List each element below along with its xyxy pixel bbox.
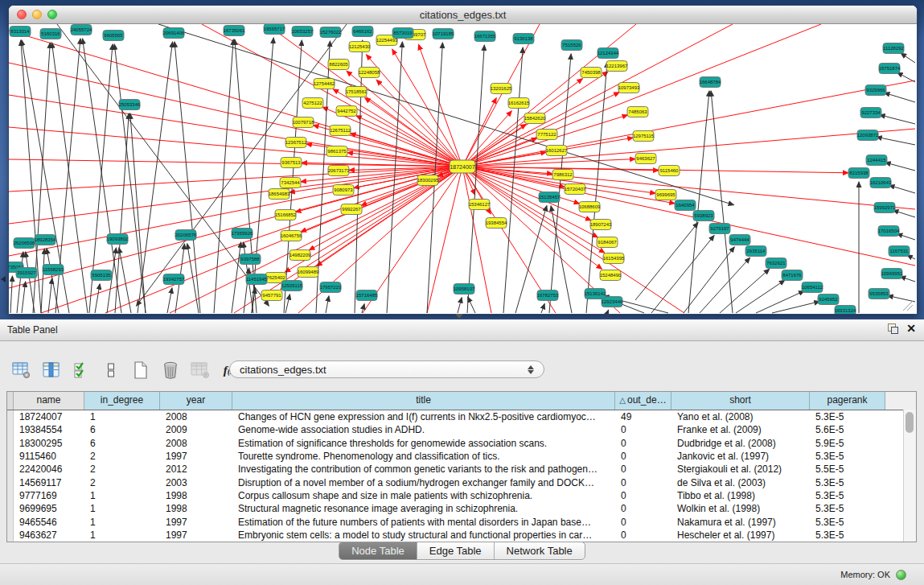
import-table-icon-disabled[interactable] [190, 360, 211, 381]
table-cell[interactable]: 0 [615, 438, 671, 449]
network-node[interactable]: 24055724 [71, 25, 92, 35]
table-cell[interactable]: 2012 [160, 463, 232, 475]
table-cell[interactable]: 6 [84, 424, 160, 435]
network-node[interactable]: 19384554 [486, 218, 507, 229]
network-node[interactable]: 12213967 [606, 61, 628, 72]
table-settings-icon[interactable] [11, 360, 32, 381]
network-node[interactable]: 11568293 [43, 265, 64, 275]
network-node[interactable]: 17359926 [232, 229, 253, 239]
table-cell[interactable]: Investigating the contribution of common… [232, 463, 615, 475]
table-cell[interactable]: 2008 [160, 411, 232, 422]
network-node[interactable]: 17957223 [320, 282, 342, 293]
tab-network-table[interactable]: Network Table [495, 542, 585, 559]
network-node[interactable]: 10653257 [292, 27, 314, 37]
network-node[interactable]: 17518561 [346, 87, 368, 97]
table-cell[interactable]: 1 [84, 411, 160, 422]
network-node[interactable]: 17016504 [878, 226, 900, 237]
network-node[interactable]: 5905135 [91, 270, 112, 281]
network-node[interactable]: 16210643 [870, 178, 892, 188]
network-node[interactable]: 12248058 [359, 68, 380, 78]
table-cell[interactable]: 5.3E-5 [810, 477, 885, 488]
minimize-window-button[interactable] [32, 10, 42, 19]
table-row[interactable]: 1456911722003Disruption of a novel membe… [7, 476, 916, 488]
table-cell[interactable]: 9777169 [14, 490, 84, 501]
table-cell[interactable]: 1997 [160, 529, 232, 541]
network-node[interactable]: 10969951 [881, 269, 903, 279]
tab-node-table[interactable]: Node Table [339, 542, 417, 559]
table-cell[interactable]: Yano et al. (2008) [671, 411, 810, 422]
table-row[interactable]: 911546021997Tourette syndrome. Phenomeno… [7, 450, 916, 463]
table-cell[interactable]: Nakamura et al. (1997) [671, 517, 810, 528]
network-node[interactable]: 11451945 [246, 274, 268, 285]
network-node[interactable]: 18654983 [269, 189, 290, 200]
table-cell[interactable]: Hescheler et al. (1997) [671, 529, 810, 541]
network-node[interactable]: 15166852 [275, 210, 297, 220]
network-node[interactable]: 16046756 [281, 231, 302, 241]
network-node[interactable]: 10688609 [579, 202, 601, 212]
network-node[interactable]: 15720407 [565, 184, 586, 195]
network-node[interactable]: 18907243 [590, 220, 612, 230]
table-cell[interactable]: 5.3E-5 [810, 411, 885, 422]
network-node[interactable]: 9367513 [281, 158, 302, 168]
table-cell[interactable]: Tourette syndrome. Phenomenology and cla… [232, 451, 615, 462]
network-node[interactable]: 9861375 [326, 146, 347, 157]
table-cell[interactable]: 1998 [160, 503, 232, 514]
table-cell[interactable]: Dudbridge et al. (2008) [671, 438, 810, 449]
table-cell[interactable]: 2008 [160, 438, 232, 449]
table-cell[interactable]: 1 [84, 517, 160, 528]
network-node[interactable]: 16671355 [474, 31, 496, 42]
network-hub-node[interactable]: 18724007 [450, 160, 475, 173]
network-node[interactable]: 9474444 [729, 235, 750, 245]
network-node[interactable]: 15992971 [874, 203, 896, 213]
table-cell[interactable]: 2 [84, 451, 160, 462]
network-node[interactable]: 16735061 [224, 26, 245, 36]
table-cell[interactable]: Jankovic et al. (1997) [671, 451, 810, 462]
select-attributes-icon[interactable] [71, 360, 92, 381]
delete-table-icon[interactable] [160, 360, 181, 381]
network-node[interactable]: 16648784 [700, 77, 721, 88]
network-node[interactable]: 15751874 [879, 64, 901, 74]
table-cell[interactable]: 5.3E-5 [810, 451, 885, 462]
column-header-name[interactable]: name [14, 392, 84, 410]
network-node[interactable]: 9080973 [333, 185, 354, 196]
network-node[interactable]: 25053346 [119, 100, 141, 110]
network-node[interactable]: 9397588 [240, 254, 261, 265]
network-node[interactable]: 12124344 [598, 48, 619, 59]
table-cell[interactable]: 2 [84, 477, 160, 488]
table-row[interactable]: 1830029562008Estimation of significance … [7, 437, 916, 450]
network-node[interactable]: 9442752 [336, 106, 357, 117]
table-row[interactable]: 2242004622012Investigating the contribut… [7, 463, 916, 476]
network-node[interactable]: 15248490 [600, 270, 622, 281]
network-node[interactable]: 5160316 [40, 29, 61, 39]
table-cell[interactable]: 2009 [160, 424, 232, 435]
network-node[interactable]: 7450398 [581, 68, 602, 78]
network-node[interactable]: 18928354 [35, 235, 56, 245]
table-cell[interactable]: 18300295 [14, 438, 84, 449]
table-vertical-scrollbar[interactable] [903, 410, 916, 542]
network-node[interactable]: 6466162 [352, 27, 373, 37]
table-cell[interactable]: 9699695 [14, 503, 84, 514]
network-node[interactable]: 11128292 [883, 43, 905, 54]
network-canvas[interactable]: 1212543088226051275446242751221007971812… [9, 24, 917, 314]
table-cell[interactable]: de Silva et al. (2003) [671, 477, 810, 488]
table-cell[interactable]: 1997 [160, 451, 232, 462]
table-cell[interactable]: 5.5E-5 [810, 463, 885, 475]
table-cell[interactable]: 5.3E-5 [810, 490, 885, 501]
table-cell[interactable]: 9463627 [14, 529, 84, 541]
network-node[interactable]: 12975115 [633, 131, 655, 142]
network-node[interactable]: 8471676 [782, 270, 803, 281]
table-cell[interactable]: Estimation of the future numbers of pati… [232, 517, 615, 528]
table-cell[interactable]: 5.9E-5 [810, 438, 885, 449]
network-node[interactable]: 9227334 [860, 108, 881, 118]
table-row[interactable]: 977716911998Corpus callosum shape and si… [7, 489, 916, 502]
network-node[interactable]: 1167531 [889, 246, 910, 257]
table-cell[interactable]: Genome-wide association studies in ADHD. [232, 424, 615, 435]
table-cell[interactable]: 1 [84, 490, 160, 501]
network-node[interactable]: 14982209 [290, 250, 311, 261]
network-node[interactable]: 15716485 [356, 290, 378, 301]
network-node[interactable]: 8215938 [848, 168, 869, 179]
column-chooser-icon[interactable] [41, 360, 62, 381]
table-cell[interactable]: 18724007 [14, 411, 84, 422]
network-node[interactable]: 1640954 [675, 200, 696, 211]
table-cell[interactable]: Structural magnetic resonance image aver… [232, 503, 615, 514]
